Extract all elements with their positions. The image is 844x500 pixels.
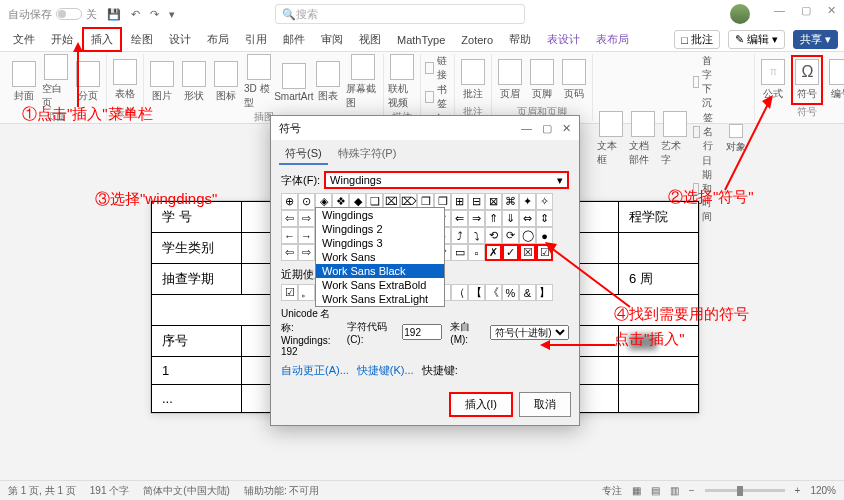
tab-tabledesign[interactable]: 表设计 bbox=[540, 29, 587, 50]
symbol-cell[interactable]: ⊙ bbox=[298, 193, 315, 210]
zoom-out-icon[interactable]: − bbox=[689, 485, 695, 496]
tab-mathtype[interactable]: MathType bbox=[390, 31, 452, 49]
symbol-cell[interactable]: ▫ bbox=[468, 244, 485, 261]
symbol-cell[interactable]: ⌘ bbox=[502, 193, 519, 210]
symbol-cell[interactable]: ⟳ bbox=[502, 227, 519, 244]
symbol-cell[interactable]: ⊟ bbox=[468, 193, 485, 210]
symbol-cell[interactable]: ✧ bbox=[536, 193, 553, 210]
status-access[interactable]: 辅助功能: 不可用 bbox=[244, 484, 320, 498]
edit-button[interactable]: ✎ 编辑 ▾ bbox=[728, 30, 785, 49]
toggle-icon[interactable] bbox=[56, 8, 82, 20]
zoom-in-icon[interactable]: + bbox=[795, 485, 801, 496]
tab-references[interactable]: 引用 bbox=[238, 29, 274, 50]
undo-icon[interactable]: ↶ bbox=[131, 8, 140, 21]
symbol-cell[interactable]: ☒ bbox=[519, 244, 536, 261]
insert-button[interactable]: 插入(I) bbox=[449, 392, 513, 417]
symbol-cell[interactable]: ⤵ bbox=[468, 227, 485, 244]
font-option[interactable]: Work Sans ExtraLight bbox=[316, 292, 444, 306]
cell[interactable] bbox=[619, 385, 699, 413]
cell[interactable]: ███ bbox=[619, 326, 699, 357]
close-icon[interactable]: ✕ bbox=[827, 4, 836, 24]
symbol-cell[interactable]: ◯ bbox=[519, 227, 536, 244]
font-option[interactable]: Work Sans bbox=[316, 250, 444, 264]
blank-page-button[interactable]: 空白页 bbox=[42, 54, 70, 110]
recent-symbol-cell[interactable]: 《 bbox=[485, 284, 502, 301]
comments-button[interactable]: □ 批注 bbox=[674, 30, 720, 49]
from-select[interactable]: 符号(十进制) bbox=[490, 325, 569, 340]
share-button[interactable]: 共享 ▾ bbox=[793, 30, 838, 49]
symbol-cell[interactable]: ⊞ bbox=[451, 193, 468, 210]
3dmodel-button[interactable]: 3D 模型 bbox=[244, 54, 274, 110]
tab-tablelayout[interactable]: 表布局 bbox=[589, 29, 636, 50]
tab-help[interactable]: 帮助 bbox=[502, 29, 538, 50]
font-option[interactable]: Wingdings bbox=[316, 208, 444, 222]
symbol-cell[interactable]: ⇦ bbox=[281, 210, 298, 227]
dialog-titlebar[interactable]: 符号 — ▢ ✕ bbox=[271, 116, 579, 140]
chart-button[interactable]: 图表 bbox=[314, 61, 342, 103]
shapes-button[interactable]: 形状 bbox=[180, 61, 208, 103]
status-page[interactable]: 第 1 页, 共 1 页 bbox=[8, 484, 76, 498]
search-box[interactable]: 🔍 搜索 bbox=[275, 4, 525, 24]
signature-button[interactable]: 签名行 bbox=[693, 111, 718, 153]
qat-dropdown-icon[interactable]: ▾ bbox=[169, 8, 175, 21]
font-option[interactable]: Work Sans ExtraBold bbox=[316, 278, 444, 292]
view-read-icon[interactable]: ▤ bbox=[651, 485, 660, 496]
view-print-icon[interactable]: ▦ bbox=[632, 485, 641, 496]
icons-button[interactable]: 图标 bbox=[212, 61, 240, 103]
user-avatar[interactable] bbox=[730, 4, 750, 24]
symbol-cell[interactable]: ✦ bbox=[519, 193, 536, 210]
symbol-cell[interactable]: ⇔ bbox=[519, 210, 536, 227]
symbol-cell[interactable]: → bbox=[298, 227, 315, 244]
pagenum-button[interactable]: 页码 bbox=[560, 59, 588, 101]
recent-symbol-cell[interactable]: 】 bbox=[536, 284, 553, 301]
pictures-button[interactable]: 图片 bbox=[148, 61, 176, 103]
font-option[interactable]: Work Sans Black bbox=[316, 264, 444, 278]
page-break-button[interactable]: 分页 bbox=[74, 61, 102, 103]
object-button[interactable]: 对象 bbox=[722, 124, 750, 154]
symbol-cell[interactable]: ⇓ bbox=[502, 210, 519, 227]
font-select[interactable]: Wingdings ▾ bbox=[324, 171, 569, 189]
symbol-cell[interactable]: ⤴ bbox=[451, 227, 468, 244]
minimize-icon[interactable]: — bbox=[774, 4, 785, 24]
cell[interactable]: 学生类别 bbox=[152, 233, 242, 264]
font-option[interactable]: Wingdings 3 bbox=[316, 236, 444, 250]
tab-home[interactable]: 开始 bbox=[44, 29, 80, 50]
symbol-cell[interactable]: ▭ bbox=[451, 244, 468, 261]
cell[interactable]: 6 周 bbox=[619, 264, 699, 295]
cell[interactable] bbox=[619, 233, 699, 264]
symbol-cell[interactable]: ⇑ bbox=[485, 210, 502, 227]
tab-draw[interactable]: 绘图 bbox=[124, 29, 160, 50]
quickparts-button[interactable]: 文档部件 bbox=[629, 111, 657, 167]
zoom-level[interactable]: 120% bbox=[810, 485, 836, 496]
wordart-button[interactable]: 艺术字 bbox=[661, 111, 689, 167]
bookmark-button[interactable]: 书签 bbox=[425, 83, 450, 111]
symbol-cell[interactable]: ⊠ bbox=[485, 193, 502, 210]
cell[interactable]: 1 bbox=[152, 357, 242, 385]
font-option[interactable]: Wingdings 2 bbox=[316, 222, 444, 236]
tab-insert[interactable]: 插入 bbox=[82, 27, 122, 52]
smartart-button[interactable]: SmartArt bbox=[278, 63, 311, 102]
symbol-cell[interactable]: ⇒ bbox=[468, 210, 485, 227]
tab-layout[interactable]: 布局 bbox=[200, 29, 236, 50]
dialog-tab-symbols[interactable]: 符号(S) bbox=[279, 144, 328, 165]
recent-symbol-cell[interactable]: 【 bbox=[468, 284, 485, 301]
maximize-icon[interactable]: ▢ bbox=[801, 4, 811, 24]
cell[interactable]: 学 号 bbox=[152, 202, 242, 233]
cell[interactable]: 程学院 bbox=[619, 202, 699, 233]
tab-review[interactable]: 审阅 bbox=[314, 29, 350, 50]
table-button[interactable]: 表格 bbox=[111, 59, 139, 101]
focus-mode[interactable]: 专注 bbox=[602, 484, 622, 498]
symbol-cell[interactable]: ⇨ bbox=[298, 210, 315, 227]
equation-button[interactable]: π公式 bbox=[759, 59, 787, 101]
symbol-cell[interactable]: ⇦ bbox=[281, 244, 298, 261]
number-button[interactable]: 编号 bbox=[827, 59, 844, 101]
symbol-cell[interactable]: ← bbox=[281, 227, 298, 244]
cell[interactable]: 抽查学期 bbox=[152, 264, 242, 295]
tab-mailings[interactable]: 邮件 bbox=[276, 29, 312, 50]
redo-icon[interactable]: ↷ bbox=[150, 8, 159, 21]
symbol-cell[interactable]: ☑ bbox=[536, 244, 553, 261]
cancel-button[interactable]: 取消 bbox=[519, 392, 571, 417]
symbol-cell[interactable]: ⇕ bbox=[536, 210, 553, 227]
recent-symbol-cell[interactable]: 。 bbox=[298, 284, 315, 301]
shortcut-button[interactable]: 快捷键(K)... bbox=[357, 363, 414, 378]
